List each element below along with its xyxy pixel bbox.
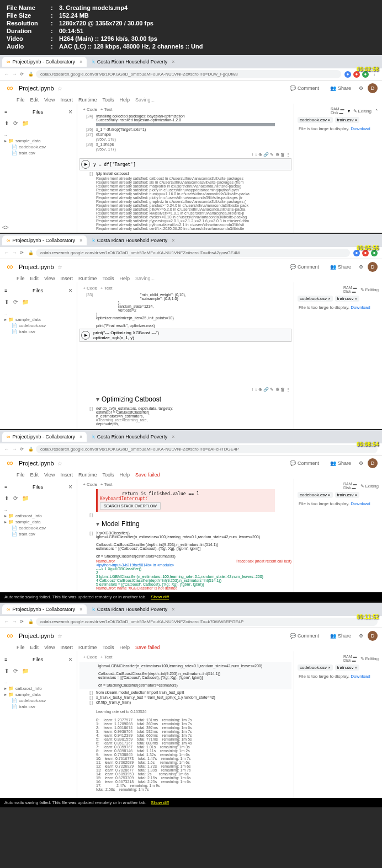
upload-icon[interactable]: ⬆ — [4, 668, 9, 674]
editing-button[interactable]: ✎ Editing — [360, 287, 379, 292]
menu-help[interactable]: Help — [119, 472, 130, 478]
gear-icon[interactable]: ⚙ — [359, 633, 363, 639]
share-button[interactable]: 👥 Share — [327, 459, 354, 467]
menu-icon[interactable]: ≡ — [4, 657, 7, 662]
sidebar-item[interactable]: 📄codebook.csv — [4, 144, 72, 150]
active-cell[interactable]: ▶y = df['Target'] — [79, 158, 291, 170]
star-icon[interactable]: ☆ — [57, 85, 62, 92]
code-cell[interactable]: !pip install catboost — [96, 172, 291, 175]
editing-button[interactable]: ✎ Editing — [353, 109, 372, 114]
gear-icon[interactable]: ⚙ — [359, 85, 363, 91]
sidebar-item[interactable]: 📄train.csv — [4, 531, 72, 537]
download-link[interactable]: Download — [351, 305, 370, 310]
add-text-button[interactable]: + Text — [100, 107, 112, 112]
star-icon[interactable]: ☆ — [57, 633, 62, 639]
close-icon[interactable]: × — [79, 59, 82, 65]
forward-icon[interactable]: → — [12, 447, 17, 452]
add-code-button[interactable]: + Code — [83, 655, 97, 660]
menu-edit[interactable]: Edit — [30, 97, 39, 103]
add-text-button[interactable]: + Text — [100, 655, 112, 660]
menu-view[interactable]: View — [44, 645, 55, 650]
code-cell[interactable]: "min_child_weight": (0,10), "subsample":… — [96, 293, 291, 328]
colab-logo-icon[interactable]: ∞ — [4, 261, 15, 272]
tab-colab[interactable]: ∞Project.ipynb - Collaboratory× — [2, 432, 87, 442]
tab-kaggle[interactable]: kCosta Rican Household Poverty× — [88, 57, 179, 67]
add-code-button[interactable]: + Code — [83, 286, 97, 291]
menu-tools[interactable]: Tools — [102, 97, 114, 103]
add-text-button[interactable]: + Text — [100, 482, 112, 487]
menu-icon[interactable]: ≡ — [4, 288, 7, 293]
code-cell[interactable]: df.shape — [96, 132, 291, 136]
menu-file[interactable]: File — [17, 472, 25, 478]
show-diff-link[interactable]: Show diff — [151, 800, 169, 805]
file-tab[interactable]: train.csv × — [335, 492, 359, 498]
url-input[interactable]: colab.research.google.com/drive/1rOKGGbD… — [36, 70, 341, 78]
refresh-icon[interactable]: ⟳ — [13, 120, 18, 126]
editing-button[interactable]: ✎ Editing — [360, 484, 379, 489]
ram-indicator[interactable]: RAM ▬Disk ▬ — [343, 482, 357, 490]
colab-logo-icon[interactable]: ∞ — [4, 630, 15, 641]
sidebar-item[interactable]: ▸📁sample_data — [4, 317, 72, 323]
upload-icon[interactable]: ⬆ — [4, 495, 9, 501]
sidebar-item[interactable]: ▸📁sample_data — [4, 138, 72, 144]
code-cell[interactable]: x_1.shape — [96, 142, 291, 146]
notebook-title[interactable]: Project.ipynb — [19, 633, 54, 639]
refresh-icon[interactable]: ⟳ — [13, 299, 18, 305]
add-text-button[interactable]: + Text — [100, 286, 112, 291]
menu-insert[interactable]: Insert — [60, 645, 73, 650]
tab-kaggle[interactable]: kCosta Rican Household Poverty× — [88, 604, 179, 614]
play-icon[interactable]: ▶ — [81, 331, 90, 340]
sidebar-item[interactable]: 📄train.csv — [4, 329, 72, 335]
back-icon[interactable]: ← — [4, 250, 9, 255]
menu-icon[interactable]: ≡ — [4, 484, 7, 490]
close-icon[interactable]: × — [68, 287, 72, 294]
reload-icon[interactable]: ⟳ — [20, 447, 24, 452]
menu-help[interactable]: Help — [119, 276, 130, 281]
mount-icon[interactable]: 📁 — [22, 668, 29, 674]
star-icon[interactable]: ☆ — [57, 460, 62, 467]
close-icon[interactable]: × — [79, 434, 82, 440]
sidebar-item[interactable]: 📄train.csv — [4, 150, 72, 156]
code-cell[interactable]: x_1 = df.drop('Target',axis=1) — [96, 127, 291, 131]
code-input[interactable]: y = df['Target'] — [93, 162, 136, 167]
code-cell[interactable]: from sklearn.model_selection import trai… — [96, 690, 291, 694]
file-tab[interactable]: train.csv × — [335, 665, 359, 671]
close-icon[interactable]: × — [79, 607, 82, 612]
download-link[interactable]: Download — [351, 674, 370, 679]
star-icon[interactable]: ☆ — [57, 264, 62, 270]
colab-logo-icon[interactable]: ∞ — [4, 458, 15, 469]
parent-dir[interactable]: .. — [4, 506, 72, 513]
code-input[interactable]: print("--- Optimizing XGBoost ---")optim… — [93, 330, 159, 340]
comment-button[interactable]: 💬 Comment — [286, 84, 322, 92]
menu-runtime[interactable]: Runtime — [78, 472, 97, 478]
mount-icon[interactable]: 📁 — [22, 299, 29, 305]
reload-icon[interactable]: ⟳ — [20, 619, 24, 624]
download-link[interactable]: Download — [351, 126, 370, 131]
code-icon[interactable]: <> — [2, 224, 9, 231]
upload-icon[interactable]: ⬆ — [4, 120, 9, 126]
active-cell[interactable]: ▶print("--- Optimizing XGBoost ---")opti… — [79, 329, 291, 342]
forward-icon[interactable]: → — [12, 72, 17, 77]
close-icon[interactable]: × — [172, 59, 174, 65]
menu-insert[interactable]: Insert — [60, 276, 73, 281]
share-button[interactable]: 👥 Share — [327, 632, 354, 640]
file-tab[interactable]: codebook.csv × — [298, 492, 333, 498]
menu-edit[interactable]: Edit — [30, 472, 39, 478]
tab-colab[interactable]: ∞Project.ipynb - Collaboratory× — [2, 235, 87, 245]
close-icon[interactable]: × — [79, 238, 82, 243]
parent-dir[interactable]: .. — [4, 131, 72, 138]
back-icon[interactable]: ← — [4, 72, 9, 77]
tab-kaggle[interactable]: kCosta Rican Household Poverty× — [88, 432, 179, 442]
menu-view[interactable]: View — [44, 472, 55, 478]
menu-tools[interactable]: Tools — [102, 472, 114, 478]
close-icon[interactable]: × — [172, 238, 174, 243]
refresh-icon[interactable]: ⟳ — [13, 495, 18, 501]
file-tab[interactable]: codebook.csv × — [298, 296, 333, 302]
avatar[interactable]: D — [368, 631, 378, 641]
colab-logo-icon[interactable]: ∞ — [4, 83, 15, 94]
file-tab[interactable]: train.csv × — [335, 117, 359, 123]
menu-view[interactable]: View — [44, 97, 55, 103]
upload-icon[interactable]: ⬆ — [4, 299, 9, 305]
menu-view[interactable]: View — [44, 276, 55, 281]
url-input[interactable]: colab.research.google.com/drive/1rOKGGbD… — [36, 249, 350, 257]
